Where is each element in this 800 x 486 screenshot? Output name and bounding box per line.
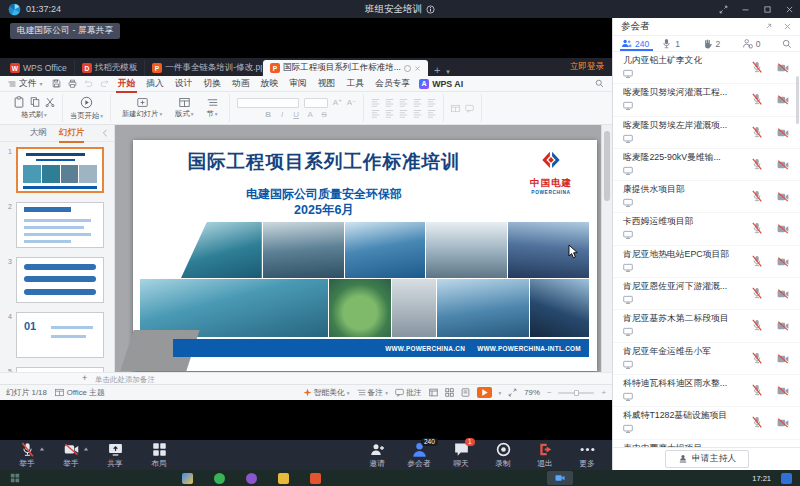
font-name-select[interactable]: [237, 98, 299, 108]
filter-tab-host[interactable]: 0: [742, 38, 782, 49]
slide-thumbnail-3[interactable]: [16, 257, 104, 303]
mic-muted-icon[interactable]: [751, 384, 763, 396]
document-tab-3[interactable]: P国际工程项目系列工作标准培...: [263, 60, 428, 76]
info-icon[interactable]: [426, 5, 435, 14]
document-tab-2[interactable]: P一件事全链条培训-修改.pptx: [145, 60, 263, 76]
undo-icon[interactable]: [84, 79, 93, 88]
toolbar-邀请-button[interactable]: 邀请: [358, 442, 396, 469]
menu-tab-设计[interactable]: 设计: [175, 78, 193, 90]
taskbar-folder-icon[interactable]: [278, 473, 289, 484]
view-grid-icon[interactable]: [445, 388, 454, 397]
slideshow-button[interactable]: [477, 387, 492, 398]
camera-off-icon[interactable]: [777, 256, 789, 268]
notes-bar[interactable]: + 单击此处添加备注: [0, 372, 612, 384]
participant-row[interactable]: 喀麦隆贝努埃左岸灌溉项...: [613, 117, 800, 149]
font-style-S[interactable]: S: [320, 110, 329, 119]
cut-icon[interactable]: [45, 97, 55, 107]
menu-tab-开始[interactable]: 开始: [118, 78, 136, 90]
camera-off-icon[interactable]: [777, 62, 789, 74]
view-normal-icon[interactable]: [429, 388, 438, 397]
taskbar-app-icon-1[interactable]: [182, 473, 193, 484]
menu-tab-放映[interactable]: 放映: [261, 78, 279, 90]
mic-muted-icon[interactable]: [751, 158, 763, 170]
mic-muted-icon[interactable]: [751, 190, 763, 202]
document-tab-1[interactable]: D找稻壳模板: [75, 60, 146, 76]
zoom-out-icon[interactable]: −: [547, 388, 552, 397]
mic-muted-icon[interactable]: [751, 287, 763, 299]
increase-font-icon[interactable]: A⁺: [333, 98, 342, 107]
menu-tab-插入[interactable]: 插入: [146, 78, 164, 90]
mic-muted-icon[interactable]: [751, 319, 763, 331]
camera-off-icon[interactable]: [777, 417, 789, 429]
camera-off-icon[interactable]: [777, 159, 789, 171]
comments-button[interactable]: 批注: [395, 387, 422, 398]
filter-tab-mic[interactable]: 1: [661, 38, 701, 49]
toolbar-退出-button[interactable]: 退出: [526, 442, 564, 469]
wps-ai-tab[interactable]: A WPS AI: [419, 79, 463, 89]
view-read-icon[interactable]: [461, 388, 470, 397]
taskbar-notification-icon[interactable]: [781, 473, 792, 484]
participant-row[interactable]: 康提供水项目部: [613, 181, 800, 213]
participant-row[interactable]: 肯尼亚基苏木第二标段项目: [613, 310, 800, 342]
camera-off-icon[interactable]: [777, 223, 789, 235]
fit-screen-icon[interactable]: [508, 388, 517, 397]
caret-up-icon[interactable]: [39, 446, 45, 452]
document-tab-0[interactable]: WWPS Office: [3, 60, 75, 76]
maximize-icon[interactable]: [763, 5, 772, 14]
taskbar-meeting-app-active[interactable]: [547, 471, 573, 485]
popout-icon[interactable]: [764, 22, 773, 31]
toolbar-举手-button[interactable]: 举手: [52, 442, 90, 469]
play-from-page-button[interactable]: 当页开始▾: [70, 111, 103, 121]
file-menu[interactable]: 文件▾: [8, 78, 43, 90]
wordart-icon[interactable]: [465, 104, 474, 113]
filter-tab-people[interactable]: 240: [621, 38, 661, 49]
toolbar-聊天-button[interactable]: 1聊天: [442, 442, 480, 469]
font-style-U[interactable]: U: [292, 110, 301, 119]
participant-row[interactable]: 几内亚铝土矿李文化: [613, 52, 800, 84]
canvas-scrollbar[interactable]: [601, 125, 612, 372]
camera-off-icon[interactable]: [777, 191, 789, 203]
participant-row[interactable]: 肯尼亚地热电站EPC项目部: [613, 246, 800, 278]
outline-tab[interactable]: 大纲: [30, 127, 47, 139]
font-style-I[interactable]: I: [278, 110, 287, 119]
mic-muted-icon[interactable]: [751, 93, 763, 105]
panel-close-icon[interactable]: [783, 22, 792, 31]
start-menu-icon[interactable]: [10, 473, 20, 483]
new-tab-button[interactable]: +: [428, 64, 446, 76]
paste-icon[interactable]: [13, 96, 25, 108]
camera-off-icon[interactable]: [777, 288, 789, 300]
participant-row[interactable]: 喀麦隆225-90kV曼维输...: [613, 149, 800, 181]
participant-list-scrollbar[interactable]: [796, 76, 799, 124]
mic-muted-icon[interactable]: [751, 126, 763, 138]
collapse-panel-icon[interactable]: [101, 129, 109, 137]
caret-up-icon[interactable]: [83, 446, 89, 452]
zoom-level[interactable]: 79%: [524, 388, 540, 397]
close-icon[interactable]: [785, 5, 794, 14]
camera-off-icon[interactable]: [777, 385, 789, 397]
mic-muted-icon[interactable]: [751, 222, 763, 234]
participant-row[interactable]: 科威特T1282基础设施项目: [613, 407, 800, 439]
login-button[interactable]: 立即登录: [570, 61, 604, 73]
taskbar-app-icon-2[interactable]: [214, 473, 225, 484]
participant-row[interactable]: 肯尼亚年金运维岳小军: [613, 343, 800, 375]
slide-thumbnail-2[interactable]: [16, 202, 104, 248]
slide-thumbnail-4[interactable]: 01: [16, 312, 104, 358]
menu-tab-切换[interactable]: 切换: [203, 78, 221, 90]
toolbar-录制-button[interactable]: 录制: [484, 442, 522, 469]
slides-tab[interactable]: 幻灯片: [59, 127, 85, 139]
participant-search-icon[interactable]: [782, 39, 792, 49]
menu-tab-动画[interactable]: 动画: [232, 78, 250, 90]
slide-1[interactable]: 国际工程项目系列工作标准培训 中国电建 POWERCHINA 电建国际公司质量安…: [133, 140, 597, 371]
toolbar-举手-button[interactable]: 举手: [8, 442, 46, 469]
toolbar-更多-button[interactable]: 更多: [568, 442, 606, 469]
camera-off-icon[interactable]: [777, 127, 789, 139]
beautify-button[interactable]: 智能美化▾: [303, 387, 350, 398]
font-style-B[interactable]: B: [264, 110, 273, 119]
menu-tab-视图[interactable]: 视图: [318, 78, 336, 90]
new-tab-caret-icon[interactable]: ▾: [446, 68, 450, 76]
zoom-slider[interactable]: [558, 392, 594, 394]
notes-button[interactable]: 备注▾: [357, 387, 388, 398]
tab-close-icon[interactable]: [414, 65, 421, 72]
toolbar-布局-button[interactable]: 布局: [140, 442, 178, 469]
participant-row[interactable]: 喀麦隆贝努埃河灌溉工程...: [613, 84, 800, 116]
